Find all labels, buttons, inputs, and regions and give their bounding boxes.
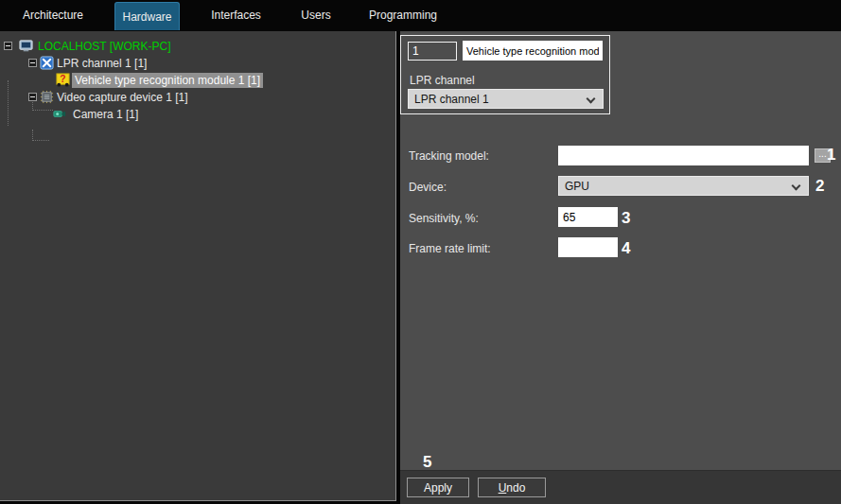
tree-item-label: Video capture device 1 [1] [57, 91, 188, 104]
tab-programming[interactable]: Programming [362, 0, 444, 30]
minus-glyph [30, 96, 35, 97]
device-select-value: GPU [565, 180, 589, 193]
monitor-icon [19, 39, 33, 53]
tree-guide-line [32, 130, 49, 141]
tab-label: Users [301, 9, 330, 22]
tab-label: Architecture [23, 9, 83, 22]
tracking-model-input[interactable] [558, 146, 809, 165]
tab-hardware[interactable]: Hardware [114, 2, 180, 30]
sensitivity-label: Sensitivity, %: [409, 212, 479, 225]
chevron-down-icon [792, 182, 801, 191]
lpr-channel-select-value: LPR channel 1 [414, 93, 489, 106]
bottom-button-bar: Apply Undo [400, 470, 841, 504]
lpr-channel-select[interactable]: LPR channel 1 [408, 89, 604, 109]
camera-icon [53, 107, 67, 121]
minus-glyph [30, 62, 35, 63]
sensitivity-input[interactable] [558, 207, 618, 227]
object-settings-panel: LPR channel LPR channel 1 Tracking model… [400, 31, 841, 504]
tab-label: Hardware [122, 10, 171, 24]
tracking-model-label: Tracking model: [409, 149, 489, 163]
tree-item-lpr-channel[interactable]: LPR channel 1 [1] [0, 55, 395, 72]
tree-item-localhost[interactable]: LOCALHOST [WORK-PC] [0, 38, 395, 55]
tree-item-camera[interactable]: Camera 1 [1] [0, 106, 395, 123]
vehicle-module-icon: ? [56, 73, 70, 87]
annotation-4: 4 [622, 240, 630, 256]
tab-label: Programming [369, 9, 437, 22]
tree-item-label: LOCALHOST [WORK-PC] [38, 40, 170, 53]
lpr-channel-label: LPR channel [410, 74, 475, 87]
annotation-5: 5 [423, 454, 431, 470]
minus-glyph [6, 45, 10, 46]
annotation-1: 1 [827, 147, 835, 163]
undo-button-label: ndo [506, 481, 525, 495]
tree-item-label-selected: Vehicle type recognition module 1 [1] [72, 73, 263, 88]
main-tab-bar: Architecture Hardware Interfaces Users P… [0, 0, 841, 30]
tab-architecture[interactable]: Architecture [11, 0, 95, 30]
lpr-channel-icon [40, 56, 54, 70]
undo-button-mnemonic: U [499, 481, 507, 495]
device-label: Device: [409, 181, 447, 194]
chip-icon [40, 90, 54, 104]
apply-button[interactable]: Apply [407, 478, 469, 497]
svg-text:?: ? [60, 74, 65, 84]
hardware-tree-panel: LOCALHOST [WORK-PC] LPR channel 1 [1] ? … [0, 31, 396, 501]
chevron-down-icon [587, 95, 596, 104]
tree-item-video-capture-device[interactable]: Video capture device 1 [1] [0, 89, 395, 106]
collapse-toggle[interactable] [28, 59, 37, 67]
frame-rate-limit-label: Frame rate limit: [409, 242, 491, 255]
frame-rate-limit-input[interactable] [558, 237, 618, 257]
collapse-toggle[interactable] [4, 42, 12, 50]
tree-item-label: Camera 1 [1] [73, 108, 138, 121]
ellipsis-icon: ... [818, 148, 826, 159]
collapse-toggle[interactable] [28, 93, 37, 101]
tab-label: Interfaces [211, 9, 261, 22]
apply-button-label: Apply [424, 481, 452, 495]
object-id-field[interactable] [408, 42, 457, 61]
tab-users[interactable]: Users [289, 0, 342, 30]
tree-item-vehicle-module[interactable]: ? Vehicle type recognition module 1 [1] [0, 72, 395, 89]
annotation-2: 2 [815, 178, 824, 194]
annotation-3: 3 [622, 210, 630, 226]
object-name-field[interactable] [463, 41, 603, 61]
tree-item-label: LPR channel 1 [1] [57, 57, 147, 70]
object-identity-box: LPR channel LPR channel 1 [400, 35, 610, 114]
undo-button[interactable]: Undo [478, 478, 546, 497]
tab-interfaces[interactable]: Interfaces [195, 0, 277, 30]
device-select[interactable]: GPU [558, 176, 809, 196]
